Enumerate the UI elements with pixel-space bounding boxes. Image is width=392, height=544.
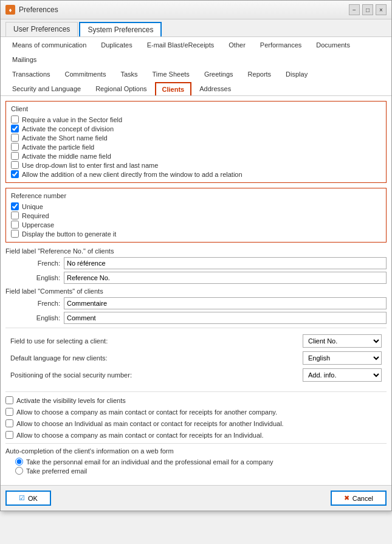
autocomplete-title: Auto-completion of the client's informat… <box>5 447 387 455</box>
tab-greetings[interactable]: Greetings <box>198 67 240 81</box>
cancel-label: Cancel <box>352 495 373 502</box>
tab-addresses[interactable]: Addresses <box>193 82 238 95</box>
close-button[interactable]: × <box>376 4 387 15</box>
radio-preferred-email-label: Take preferred email <box>26 467 87 475</box>
comments-english-label: English: <box>18 314 60 322</box>
reference-section: Reference number Unique Required Upperca… <box>5 188 387 243</box>
checkbox-short-name-input[interactable] <box>11 134 19 142</box>
checkbox-middle-name-input[interactable] <box>11 152 19 160</box>
checkbox-short-name-label: Activate the Short name field <box>22 134 108 142</box>
reference-section-title: Reference number <box>11 192 381 199</box>
field-selecting-select[interactable]: Client No. Name Reference No. <box>303 334 382 348</box>
checkbox-particle-input[interactable] <box>11 143 19 151</box>
tab-mailings[interactable]: Mailings <box>5 53 43 66</box>
checkbox-add-client: Allow the addition of a new client direc… <box>11 170 381 179</box>
radio-personal-email-label: Take the personnal email for an individu… <box>26 458 273 466</box>
tab-time-sheets[interactable]: Time Sheets <box>146 67 196 81</box>
tab-regional-options[interactable]: Regional Options <box>89 82 153 95</box>
checkbox-unique-label: Unique <box>22 203 43 210</box>
tab-performances[interactable]: Performances <box>253 38 308 52</box>
checkbox-uppercase: Uppercase <box>11 220 381 229</box>
comments-french-input[interactable] <box>64 297 387 309</box>
checkbox-visibility-input[interactable] <box>5 396 13 404</box>
checkbox-dropdown-name-input[interactable] <box>11 161 19 169</box>
title-bar: ♦ Preferences − □ × <box>1 1 391 19</box>
checkbox-particle: Activate the particle field <box>11 142 381 151</box>
refno-french-input[interactable] <box>64 257 387 269</box>
title-controls: − □ × <box>349 4 387 15</box>
checkbox-company-main-input[interactable] <box>5 408 13 416</box>
select-rows-container: Field to use for selecting a client: Cli… <box>5 332 387 388</box>
checkbox-individual-main: Allow to choose an Individual as main co… <box>5 419 387 428</box>
checkbox-middle-name-label: Activate the middle name field <box>22 153 111 160</box>
checkbox-division-input[interactable] <box>11 125 19 133</box>
refno-french-row: French: <box>5 257 387 269</box>
default-language-label: Default language for new clients: <box>10 354 303 362</box>
tab-system-preferences[interactable]: System Preferences <box>79 22 162 36</box>
checkbox-required-input[interactable] <box>11 212 19 219</box>
tab-documents[interactable]: Documents <box>309 38 357 52</box>
checkbox-company-main-label: Allow to choose a company as main contac… <box>16 408 277 416</box>
tab-means-communication[interactable]: Means of communication <box>5 38 93 52</box>
checkbox-unique-input[interactable] <box>11 202 19 210</box>
sub-tab-rows: Means of communication Duplicates E-mail… <box>1 37 391 96</box>
tab-reports[interactable]: Reports <box>241 67 278 81</box>
preferences-window: ♦ Preferences − □ × User Preferences Sys… <box>0 0 392 511</box>
default-language-row: Default language for new clients: Englis… <box>10 351 382 365</box>
refno-english-input[interactable] <box>64 272 387 284</box>
checkbox-company-individual: Allow to choose a company as main contac… <box>5 430 387 439</box>
checkbox-company-individual-input[interactable] <box>5 431 13 439</box>
checkbox-division-label: Activate the concept of division <box>22 125 114 133</box>
tab-email-blast[interactable]: E-mail Blast/eReceipts <box>140 38 221 52</box>
field-label-comments-section: Field label "Comments" of clients French… <box>5 287 387 324</box>
tab-commitments[interactable]: Commitments <box>58 67 113 81</box>
tab-duplicates[interactable]: Duplicates <box>94 38 139 52</box>
radio-personal-email-input[interactable] <box>15 458 23 466</box>
checkbox-visibility-label: Activate the visibility levels for clien… <box>16 397 126 404</box>
app-icon: ♦ <box>5 5 15 15</box>
checkbox-individual-main-input[interactable] <box>5 419 13 427</box>
checkbox-add-client-input[interactable] <box>11 170 19 178</box>
window-title: Preferences <box>19 5 58 14</box>
social-security-select[interactable]: Add. info. Main Hidden <box>303 368 382 382</box>
comments-french-row: French: <box>5 297 387 309</box>
refno-english-row: English: <box>5 272 387 284</box>
checkbox-sector-label: Require a value in the Sector field <box>22 116 122 123</box>
tab-tasks[interactable]: Tasks <box>114 67 144 81</box>
tab-security-language[interactable]: Security and Language <box>5 82 88 95</box>
checkbox-short-name: Activate the Short name field <box>11 133 381 142</box>
refno-english-label: English: <box>18 274 60 281</box>
ok-checkbox-icon: ☑ <box>19 494 25 502</box>
radio-personal-email: Take the personnal email for an individu… <box>5 457 387 466</box>
tab-other[interactable]: Other <box>222 38 252 52</box>
autocomplete-section: Auto-completion of the client's informat… <box>5 447 387 475</box>
tab-clients[interactable]: Clients <box>155 82 192 95</box>
maximize-button[interactable]: □ <box>362 4 373 15</box>
radio-preferred-email-input[interactable] <box>15 467 23 475</box>
checkbox-display-button: Display the button to generate it <box>11 229 381 238</box>
checkbox-individual-main-label: Allow to choose an Individual as main co… <box>16 420 284 427</box>
minimize-button[interactable]: − <box>349 4 360 15</box>
social-security-label: Positioning of the social security numbe… <box>10 371 303 379</box>
tab-row-1: Means of communication Duplicates E-mail… <box>5 37 387 66</box>
client-section-title: Client <box>11 105 381 112</box>
checkbox-required: Required <box>11 211 381 220</box>
tab-user-preferences[interactable]: User Preferences <box>5 22 78 36</box>
tab-transactions[interactable]: Transactions <box>5 67 57 81</box>
ok-button[interactable]: ☑ OK <box>5 491 51 506</box>
checkbox-sector-input[interactable] <box>11 115 19 123</box>
checkbox-uppercase-label: Uppercase <box>22 221 54 229</box>
checkbox-add-client-label: Allow the addition of a new client direc… <box>22 171 242 178</box>
tab-display[interactable]: Display <box>279 67 314 81</box>
comments-english-input[interactable] <box>64 312 387 324</box>
tab-row-2: Transactions Commitments Tasks Time Shee… <box>5 66 387 81</box>
checkbox-division: Activate the concept of division <box>11 124 381 133</box>
checkbox-display-button-input[interactable] <box>11 230 19 238</box>
checkbox-uppercase-input[interactable] <box>11 221 19 229</box>
cancel-button[interactable]: ✖ Cancel <box>331 491 387 506</box>
title-bar-left: ♦ Preferences <box>5 5 58 15</box>
checkbox-dropdown-name-label: Use drop-down list to enter first and la… <box>22 162 158 169</box>
refno-french-label: French: <box>18 260 60 267</box>
default-language-select[interactable]: English French <box>303 351 382 365</box>
cancel-x-icon: ✖ <box>344 494 349 502</box>
